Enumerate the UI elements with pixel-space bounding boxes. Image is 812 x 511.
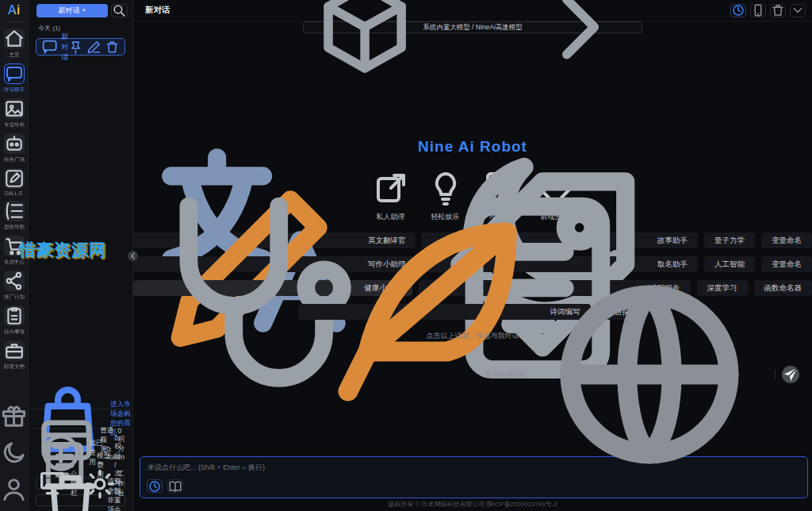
clipboard-icon — [4, 305, 25, 326]
sidebar-item-label: 部署文档 — [4, 363, 25, 370]
history-button[interactable] — [730, 4, 746, 17]
pin-icon[interactable] — [68, 40, 83, 55]
cart-icon — [4, 236, 25, 256]
search-button[interactable] — [111, 4, 128, 17]
search-icon — [112, 3, 127, 18]
new-chat-button[interactable]: 新对话 + — [36, 4, 108, 17]
conversation-title: 新对话 — [145, 5, 170, 16]
sidebar-item-label: 思维导图 — [4, 223, 25, 230]
sidebar-item-label: 推广计划 — [4, 293, 25, 300]
chevron-left-icon — [128, 251, 138, 261]
share-icon — [4, 271, 25, 291]
moon-theme-icon[interactable] — [0, 439, 28, 467]
sidebar-item-label: 待办事项 — [4, 328, 25, 335]
sidebar-item-chat[interactable]: 对话聊天 — [3, 63, 25, 94]
clock-icon — [731, 3, 745, 17]
book-open-icon — [168, 479, 182, 494]
model-selector[interactable]: 系统内置大模型 / NineAi高速模型 — [303, 21, 642, 33]
sidebar-item-label: 主页 — [9, 51, 19, 58]
suggestion-variable-naming[interactable]: 变量命名 — [761, 232, 812, 248]
more-dropdown-button[interactable] — [790, 4, 806, 17]
model-icon — [310, 0, 419, 83]
trash-icon — [771, 3, 785, 17]
home-icon — [4, 29, 25, 49]
topbar: 新对话 — [133, 0, 812, 21]
sidebar-item-label: 对话聊天 — [4, 86, 25, 93]
chat-icon — [4, 63, 25, 84]
sidebar-item-docs[interactable]: 部署文档 — [3, 340, 25, 371]
collapse-panel-button[interactable] — [128, 251, 138, 261]
image-icon — [4, 98, 25, 119]
main-area: 新对话 系统内置大模型 / NineAi高速模型 Nine Ai Robot — [133, 0, 812, 511]
edit-icon[interactable] — [86, 40, 102, 55]
sidebar-divider — [6, 21, 23, 22]
sidebar-item-pro-drawing[interactable]: 专业绘画 — [3, 98, 25, 129]
sidebar-item-label: 会员中心 — [4, 258, 25, 265]
briefcase-icon — [4, 340, 25, 361]
copyright-footer: 版权所有 © 玖卓网络科技有限公司 陕ICP备2020013749号-2 — [133, 500, 812, 509]
sidebar-item-dalle[interactable]: DALL-E — [4, 168, 25, 196]
pen-square-icon — [4, 168, 25, 189]
chat-item-title: 新对话 — [61, 32, 68, 63]
sidebar-bottom-icons — [0, 402, 28, 503]
sidebar-item-mindmap[interactable]: 思维导图 — [3, 201, 25, 231]
chevron-right-icon — [526, 0, 635, 83]
sidebar-item-home[interactable]: 主页 — [4, 29, 25, 59]
user-icon[interactable] — [0, 475, 28, 503]
chat-list-panel: 新对话 + 今天 (1) 新对话 进入市场选购您的商品 普通额度： 0 积分 — [29, 0, 133, 511]
gift-icon[interactable] — [0, 402, 28, 430]
icon-sidebar: Ai 主页 对话聊天 专业绘画 绘画广场 DALL-E 思维导图 会员中心 推广… — [0, 0, 29, 511]
network-access-toggle[interactable]: 开启联网访问 — [485, 256, 768, 494]
chevron-down-icon — [791, 3, 805, 17]
sidebar-item-label: DALL-E — [5, 190, 23, 195]
reading-mode-button[interactable] — [167, 479, 183, 493]
mindmap-icon — [4, 201, 25, 221]
sidebar-item-promotion[interactable]: 推广计划 — [3, 271, 25, 301]
delete-icon[interactable] — [105, 40, 120, 55]
history-tool-button[interactable] — [147, 479, 163, 493]
suggestion-quantum-mechanics[interactable]: 量子力学 — [704, 232, 755, 248]
sidebar-item-label: 绘画广场 — [4, 156, 25, 163]
network-toggle-label: 开启联网访问 — [485, 370, 527, 380]
chat-bubble-icon — [41, 38, 58, 55]
paper-plane-icon — [782, 366, 799, 383]
globe-icon — [530, 256, 768, 494]
send-button[interactable] — [782, 366, 799, 383]
message-composer: 开启联网访问 — [140, 456, 808, 498]
clear-sessions-button[interactable]: 清空全部非置顶会话 — [36, 494, 125, 506]
sidebar-item-todo[interactable]: 待办事项 — [3, 305, 25, 336]
chat-group-label: 今天 (1) — [29, 17, 132, 33]
divider — [775, 370, 776, 379]
app-logo: Ai — [8, 3, 21, 17]
sidebar-item-label: 专业绘画 — [4, 121, 25, 128]
clock-icon — [147, 479, 162, 494]
sidebar-item-drawing-plaza[interactable]: 绘画广场 — [3, 133, 25, 163]
robot-icon — [4, 133, 25, 154]
chat-list-item[interactable]: 新对话 — [36, 38, 125, 56]
trash-icon — [36, 467, 104, 511]
model-selector-label: 系统内置大模型 / NineAi高速模型 — [423, 23, 523, 33]
export-button[interactable] — [750, 4, 766, 17]
device-icon — [751, 3, 765, 17]
delete-conversation-button[interactable] — [770, 4, 786, 17]
sidebar-item-member-center[interactable]: 会员中心 — [3, 236, 25, 266]
